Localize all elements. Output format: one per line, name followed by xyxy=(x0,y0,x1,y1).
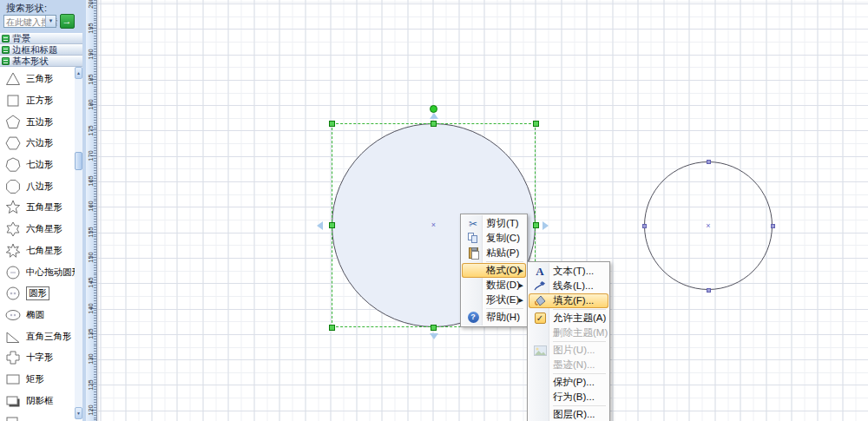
shape-item-star7[interactable]: 七角星形 xyxy=(0,240,82,262)
autoconnect-arrow-right[interactable] xyxy=(542,221,549,230)
selection-handle-n[interactable] xyxy=(431,121,437,127)
shadow-box-icon xyxy=(5,393,21,409)
selection-handle-ne[interactable] xyxy=(533,121,539,127)
shape-item-circle[interactable]: 圆形 xyxy=(0,283,82,305)
search-input[interactable]: 在此键入搜索 ▼ xyxy=(3,15,56,28)
submenu-item-line[interactable]: 线条(L)... xyxy=(529,279,608,293)
shape-list-scrollbar[interactable]: ▲ ▼ xyxy=(75,67,82,419)
menu-item-shape[interactable]: 形状(E) ▶ xyxy=(462,293,526,307)
menu-item-label: 墨迹(N)... xyxy=(553,359,595,372)
stencil-icon xyxy=(2,57,10,65)
shape-search-area: 搜索形状: 在此键入搜索 ▼ → xyxy=(0,0,82,33)
context-menu: ✂ 剪切(T) 复制(C) 粘贴(P) 格式(O) ▶ 数据(D) ▶ 形状(E… xyxy=(460,214,528,327)
submenu-item-layer[interactable]: 图层(R)... xyxy=(529,407,608,421)
scroll-down-icon[interactable]: ▼ xyxy=(75,407,82,419)
submenu-item-remove-theme[interactable]: 删除主题(M) xyxy=(529,326,608,340)
selection-handle-e[interactable] xyxy=(533,222,539,228)
picture-icon xyxy=(531,343,549,358)
menu-item-paste[interactable]: 粘贴(P) xyxy=(462,246,526,260)
ruler-tick-label: 145 xyxy=(87,276,95,290)
search-go-button[interactable]: → xyxy=(60,14,75,29)
ruler-tick-label: 125 xyxy=(87,378,95,392)
submenu-item-picture[interactable]: 图片(U)... xyxy=(529,343,608,358)
heptagon-icon xyxy=(5,157,21,173)
copy-icon xyxy=(464,231,482,246)
shape-item-shadow-box[interactable]: 阴影框 xyxy=(0,390,82,411)
selection-handle-w[interactable] xyxy=(329,222,335,228)
submenu-item-text[interactable]: A 文本(T)... xyxy=(529,264,608,279)
connection-point-e xyxy=(771,224,775,228)
stencil-header-background[interactable]: 背景 xyxy=(0,33,82,44)
selection-handle-s[interactable] xyxy=(431,325,437,331)
chevron-down-icon[interactable]: ▼ xyxy=(45,16,56,27)
shape-item-heptagon[interactable]: 七边形 xyxy=(0,155,82,176)
selection-handle-sw[interactable] xyxy=(329,325,335,331)
paint-bucket-icon xyxy=(531,293,549,308)
connection-point-s xyxy=(707,288,711,293)
selection-handle-nw[interactable] xyxy=(329,121,335,127)
shape-item-ellipse[interactable]: 椭圆 xyxy=(0,305,82,326)
shape-item-rectangle[interactable]: 矩形 xyxy=(0,369,82,391)
ruler-tick-label: 185 xyxy=(87,73,95,87)
menu-item-label: 粘贴(P) xyxy=(486,247,519,260)
menu-item-label: 图层(R)... xyxy=(553,408,595,421)
rotation-handle[interactable] xyxy=(430,105,437,113)
rectangle-icon xyxy=(5,372,21,387)
hexagon-icon xyxy=(5,135,21,151)
text-icon: A xyxy=(531,264,549,279)
menu-separator xyxy=(486,261,523,262)
stencil-header-borders-titles[interactable]: 边框和标题 xyxy=(0,44,82,56)
shape-item-square[interactable]: 正方形 xyxy=(0,90,82,112)
menu-item-cut[interactable]: ✂ 剪切(T) xyxy=(462,216,526,231)
ruler-tick-label: 200 xyxy=(87,0,95,10)
shape-list: 三角形 正方形 五边形 六边形 七边形 八边形 五角星形 六角星形 xyxy=(0,67,82,421)
shape-item-right-triangle[interactable]: 直角三角形 xyxy=(0,326,82,347)
menu-item-label: 保护(P)... xyxy=(553,376,595,389)
submenu-item-behavior[interactable]: 行为(B)... xyxy=(529,390,608,405)
center-drag-circle-icon xyxy=(5,265,21,280)
submenu-item-fill[interactable]: 填充(F)... xyxy=(529,293,608,308)
ruler-tick-label: 195 xyxy=(87,22,95,36)
shape-item-hexagon[interactable]: 六边形 xyxy=(0,133,82,155)
menu-item-format[interactable]: 格式(O) ▶ xyxy=(462,263,526,278)
ruler-tick-label: 135 xyxy=(87,327,95,341)
menu-item-label: 填充(F)... xyxy=(553,294,594,307)
star7-icon xyxy=(5,243,21,259)
shape-item-pentagon[interactable]: 五边形 xyxy=(0,111,82,133)
ruler-tick-label: 180 xyxy=(87,98,95,112)
triangle-icon xyxy=(5,71,21,87)
shape-item-octagon[interactable]: 八边形 xyxy=(0,175,82,197)
ruler-tick-label: 130 xyxy=(87,352,95,366)
menu-item-label: 允许主题(A) xyxy=(553,312,606,325)
star6-icon xyxy=(5,221,21,237)
shape-item-triangle[interactable]: 三角形 xyxy=(0,69,82,90)
shape-item-star6[interactable]: 六角星形 xyxy=(0,219,82,240)
menu-item-data[interactable]: 数据(D) ▶ xyxy=(462,278,526,293)
shapes-panel: 搜索形状: 在此键入搜索 ▼ → 背景 边框和标题 基本形状 三角形 正方形 xyxy=(0,0,82,421)
pentagon-icon xyxy=(5,115,21,130)
ellipse-icon xyxy=(5,307,21,323)
scrollbar-thumb[interactable] xyxy=(75,152,82,170)
ruler-tick-label: 165 xyxy=(87,174,95,188)
autoconnect-arrow-left[interactable] xyxy=(317,221,323,230)
shape-item-partial[interactable] xyxy=(0,411,82,421)
submenu-arrow-icon: ▶ xyxy=(519,282,523,289)
shape-item-center-drag-circle[interactable]: 中心拖动圆形 xyxy=(0,261,82,283)
shape-item-star5[interactable]: 五角星形 xyxy=(0,197,82,219)
ruler-tick-label: 190 xyxy=(87,48,95,62)
shape-item-cross[interactable]: 十字形 xyxy=(0,347,82,369)
autoconnect-arrow-up[interactable] xyxy=(430,113,438,119)
menu-separator xyxy=(486,308,523,309)
menu-separator xyxy=(553,373,606,374)
menu-item-label: 线条(L)... xyxy=(553,280,594,293)
autoconnect-arrow-down[interactable] xyxy=(430,333,438,339)
menu-item-copy[interactable]: 复制(C) xyxy=(462,231,526,246)
submenu-item-allow-themes[interactable]: ✓ 允许主题(A) xyxy=(529,311,608,326)
drawing-canvas[interactable]: × × xyxy=(97,0,868,421)
submenu-item-protection[interactable]: 保护(P)... xyxy=(529,375,608,390)
menu-item-label: 复制(C) xyxy=(486,232,520,245)
submenu-item-ink[interactable]: 墨迹(N)... xyxy=(529,358,608,372)
menu-item-help[interactable]: ? 帮助(H) xyxy=(462,310,526,325)
scroll-up-icon[interactable]: ▲ xyxy=(75,67,82,79)
stencil-header-basic-shapes[interactable]: 基本形状 xyxy=(0,56,82,67)
